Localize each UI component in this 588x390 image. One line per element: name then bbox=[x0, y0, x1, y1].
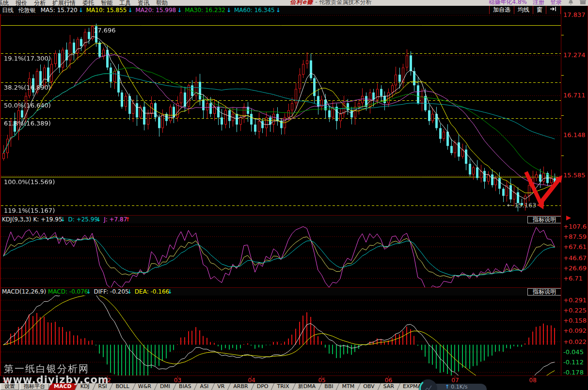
menu-item-2[interactable]: 分析 bbox=[34, 0, 46, 6]
tab-ASI[interactable]: ASI bbox=[195, 383, 213, 390]
menu-item-0[interactable]: 系统 bbox=[0, 0, 9, 6]
symbol-label[interactable]: 伦敦银 bbox=[18, 7, 36, 14]
ma-value: MA20: 15.998 bbox=[136, 7, 176, 14]
macd-axis-label: +0.291 bbox=[563, 296, 587, 304]
upload-arrow-icon bbox=[445, 384, 451, 390]
kdj-value: J: +7.87 bbox=[104, 216, 127, 223]
kdj-readout: KDJ(9,3,3) K: +19.95↓D: +25.99↓J: +7.87↑ bbox=[2, 216, 133, 223]
ma-value: MA60: 16.345 bbox=[234, 7, 275, 14]
kdj-axis-label: +46.67 bbox=[563, 254, 587, 262]
macd-axis-label: +0.158 bbox=[563, 317, 587, 324]
tab-BBI[interactable]: BBI bbox=[320, 383, 337, 390]
trend-arrow-glyph: ↓ bbox=[61, 216, 65, 223]
axis-tick bbox=[561, 115, 564, 116]
main-chart-canvas[interactable] bbox=[1, 14, 561, 215]
kdj-axis-label: +26.69 bbox=[563, 265, 587, 272]
kdj-value: D: +25.99 bbox=[68, 216, 98, 223]
toolbar-button-0[interactable]: 加自选 bbox=[489, 6, 514, 14]
trend-arrow-glyph: ↓ bbox=[86, 288, 91, 295]
kdj-axis-label: +87.59 bbox=[563, 233, 587, 240]
net-speed-gauge-icon bbox=[418, 378, 438, 390]
price-axis-label: 16.711 bbox=[563, 92, 586, 99]
trend-arrow-glyph: ↑ bbox=[125, 216, 130, 223]
bell-icon[interactable] bbox=[568, 0, 574, 5]
date-label-05: 05 bbox=[318, 377, 325, 384]
ma-value: MA5: 15.720 bbox=[41, 7, 78, 14]
price-axis-label: 17.274 bbox=[563, 51, 586, 59]
net-speed-widget[interactable]: 0.1K/s bbox=[413, 377, 487, 390]
login-link[interactable]: 登录 bbox=[550, 0, 562, 6]
tab-新DMA[interactable]: 新DMA bbox=[294, 383, 320, 390]
toolbar-button-1[interactable]: 均线 bbox=[514, 6, 533, 14]
app-logo-text: 佰利e赚 bbox=[290, 0, 313, 5]
fib-level-label: 61.8%(16.389) bbox=[4, 120, 51, 127]
menu-item-1[interactable]: 报价 bbox=[16, 0, 27, 6]
menu-item-4[interactable]: 委托 bbox=[82, 0, 94, 6]
fib-level-label: 50.0%(16.640) bbox=[4, 102, 51, 109]
net-speed-value: 0.1K/s bbox=[451, 384, 467, 390]
trend-arrow-glyph: ↓ bbox=[127, 7, 132, 14]
tab-W&R[interactable]: W&R bbox=[134, 383, 156, 390]
watermark-line2: www.diyizby.com bbox=[3, 374, 109, 386]
trend-arrow-glyph: ↓ bbox=[127, 288, 132, 295]
kdj-axis-label: +67.61 bbox=[563, 243, 587, 250]
toolbar-button-2[interactable]: 窗 bbox=[533, 6, 546, 14]
menu-item-8[interactable]: 帮助 bbox=[156, 0, 168, 6]
trend-arrow-glyph: ↓ bbox=[177, 7, 182, 14]
macd-value: MACD: -0.076 bbox=[48, 288, 88, 295]
menu-right-area: 稳赚年化4.8% 注册 登录 bbox=[489, 0, 587, 6]
fib-level-label: 19.1%(17.300) bbox=[4, 55, 51, 62]
macd-axis-label: +0.225 bbox=[563, 307, 587, 314]
fib-level-label: 38.2%(16.890) bbox=[4, 84, 51, 91]
macd-axis-label: -0.112 bbox=[563, 359, 584, 366]
kdj-axis-label: +107.6 bbox=[563, 223, 587, 230]
menu-item-7[interactable]: 资讯 bbox=[138, 0, 149, 6]
tab-MTM[interactable]: MTM bbox=[337, 383, 359, 390]
macd-readout: MACD(12,26,9) MACD: -0.076↓DIFF: -0.205↓… bbox=[2, 288, 175, 295]
promo-text: 稳赚年化4.8% bbox=[489, 0, 527, 6]
period-label[interactable]: 日线 bbox=[2, 7, 14, 14]
axis-marker-triangle bbox=[566, 216, 571, 220]
trend-arrow-annotation bbox=[504, 165, 567, 216]
kdj-pane-header: KDJ(9,3,3) K: +19.95↓D: +25.99↓J: +7.87↑… bbox=[1, 215, 561, 224]
trend-arrow-glyph: ↓ bbox=[79, 7, 83, 14]
toolbar-readout: 日线 伦敦银 MA5: 15.720↓MA10: 15.855↓MA20: 15… bbox=[2, 6, 284, 15]
trend-arrow-glyph: ↓ bbox=[96, 216, 101, 223]
menu-item-5[interactable]: 智能 bbox=[101, 0, 112, 6]
menu-item-6[interactable]: 工具 bbox=[119, 0, 131, 6]
fib-level-label: 119.1%(15.167) bbox=[4, 207, 55, 214]
kdj-canvas[interactable] bbox=[1, 223, 561, 287]
trading-app-window: { "window": { "menu_items": ["系统","报价","… bbox=[0, 0, 588, 390]
menu-item-list: 系统报价分析扩展行情委托智能工具资讯帮助 bbox=[0, 0, 171, 6]
window-title: 伦敦贵金属技术分析 bbox=[319, 0, 371, 5]
macd-pane-header: MACD(12,26,9) MACD: -0.076↓DIFF: -0.205↓… bbox=[1, 287, 561, 296]
chart-toolbar: 日线 伦敦银 MA5: 15.720↓MA10: 15.855↓MA20: 15… bbox=[0, 6, 588, 15]
tab-BOLL[interactable]: BOLL bbox=[111, 383, 133, 390]
macd-axis-label: +0.092 bbox=[563, 327, 587, 334]
tab-DPO[interactable]: DPO bbox=[253, 383, 273, 390]
watermark-line1: 第一纸白银分析网 bbox=[4, 362, 89, 375]
tab-BIAS[interactable]: BIAS bbox=[175, 383, 195, 390]
date-label-06: 06 bbox=[385, 377, 392, 384]
tab-TRIX[interactable]: TRIX bbox=[272, 383, 293, 390]
tab-SAR[interactable]: SAR bbox=[379, 383, 398, 390]
title-separator: - bbox=[315, 0, 317, 5]
fib-level-label: 17.696 bbox=[94, 27, 116, 34]
tab-VR[interactable]: VR bbox=[213, 383, 229, 390]
tab-OBV[interactable]: OBV bbox=[359, 383, 379, 390]
net-speed-text: 0.1K/s bbox=[445, 384, 467, 390]
kdj-indicator-help-button[interactable]: 指标说明 bbox=[527, 216, 561, 223]
register-link[interactable]: 注册 bbox=[533, 0, 544, 6]
ma-value: MA10: 15.855 bbox=[86, 7, 127, 14]
trend-arrow-glyph: ↓ bbox=[167, 288, 172, 295]
kdj-axis-label: +6.71 bbox=[563, 275, 583, 282]
date-label-03: 03 bbox=[174, 377, 181, 384]
collapse-right-icon[interactable] bbox=[546, 6, 561, 14]
macd-indicator-help-button[interactable]: 指标说明 bbox=[527, 288, 561, 296]
tab-DMI[interactable]: DMI bbox=[156, 383, 175, 390]
fib-level-label: 100.0%(15.569) bbox=[4, 178, 55, 186]
tab-ARBR[interactable]: ARBR bbox=[229, 383, 252, 390]
package-icon[interactable] bbox=[580, 0, 586, 5]
menu-bar: 系统报价分析扩展行情委托智能工具资讯帮助 佰利e赚-伦敦贵金属技术分析 稳赚年化… bbox=[0, 0, 588, 6]
menu-item-3[interactable]: 扩展行情 bbox=[52, 0, 76, 6]
